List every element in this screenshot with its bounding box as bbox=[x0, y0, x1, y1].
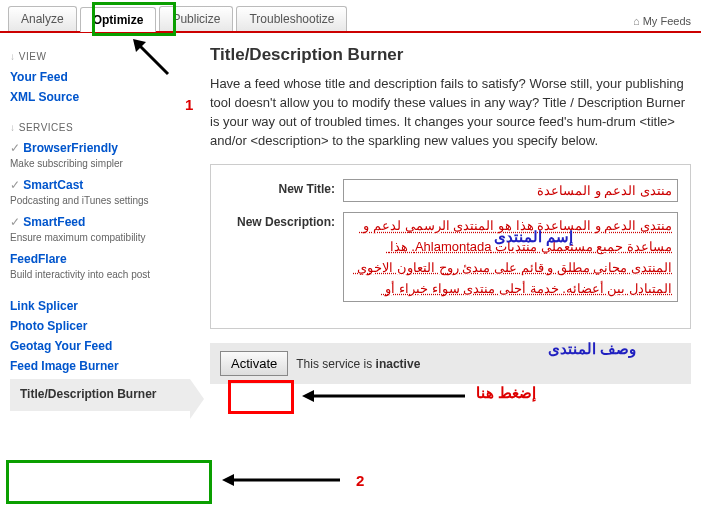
new-title-input[interactable] bbox=[343, 179, 678, 202]
tab-analyze[interactable]: Analyze bbox=[8, 6, 77, 31]
sidebar-item-label: SmartCast bbox=[10, 178, 190, 192]
new-description-textarea[interactable]: منتدى الدعم و المساعدة هذا هو المنتدى ال… bbox=[343, 212, 678, 302]
annotation-number-2: 2 bbox=[356, 472, 364, 489]
service-status: This service is inactive bbox=[296, 357, 420, 371]
annotation-box-tdb bbox=[6, 460, 212, 504]
sidebar-xml-source[interactable]: XML Source bbox=[10, 90, 190, 104]
my-feeds-link[interactable]: My Feeds bbox=[633, 15, 691, 31]
sidebar-item-smartcast[interactable]: SmartCast Podcasting and iTunes settings bbox=[10, 178, 190, 207]
tab-publicize[interactable]: Publicize bbox=[159, 6, 233, 31]
annotation-arrow-2 bbox=[220, 470, 350, 490]
page-description: Have a feed whose title and description … bbox=[210, 75, 691, 150]
sidebar-link-splicer[interactable]: Link Splicer bbox=[10, 299, 190, 313]
services-header: SERVICES bbox=[10, 122, 190, 133]
sidebar-item-label: SmartFeed bbox=[10, 215, 190, 229]
page-title: Title/Description Burner bbox=[210, 45, 691, 65]
tab-optimize[interactable]: Optimize bbox=[80, 7, 157, 32]
status-bar: Activate This service is inactive bbox=[210, 343, 691, 384]
form-panel: New Title: New Description: منتدى الدعم … bbox=[210, 164, 691, 329]
activate-button[interactable]: Activate bbox=[220, 351, 288, 376]
sidebar-photo-splicer[interactable]: Photo Splicer bbox=[10, 319, 190, 333]
sidebar-item-smartfeed[interactable]: SmartFeed Ensure maximum compatibility bbox=[10, 215, 190, 244]
sidebar-item-label: BrowserFriendly bbox=[10, 141, 190, 155]
new-title-label: New Title: bbox=[223, 179, 343, 202]
sidebar-geotag[interactable]: Geotag Your Feed bbox=[10, 339, 190, 353]
sidebar-title-description-burner[interactable]: Title/Description Burner bbox=[10, 379, 190, 411]
sidebar-item-sub: Make subscribing simpler bbox=[10, 157, 190, 170]
sidebar-item-feedflare[interactable]: FeedFlare Build interactivity into each … bbox=[10, 252, 190, 281]
svg-marker-5 bbox=[222, 474, 234, 486]
sidebar-item-browserfriendly[interactable]: BrowserFriendly Make subscribing simpler bbox=[10, 141, 190, 170]
sidebar-item-label: FeedFlare bbox=[10, 252, 190, 266]
sidebar-item-sub: Podcasting and iTunes settings bbox=[10, 194, 190, 207]
sidebar-item-sub: Build interactivity into each post bbox=[10, 268, 190, 281]
sidebar-feed-image-burner[interactable]: Feed Image Burner bbox=[10, 359, 190, 373]
tab-troubleshootize[interactable]: Troubleshootize bbox=[236, 6, 347, 31]
new-description-label: New Description: bbox=[223, 212, 343, 302]
sidebar-item-sub: Ensure maximum compatibility bbox=[10, 231, 190, 244]
sidebar-your-feed[interactable]: Your Feed bbox=[10, 70, 190, 84]
view-header: VIEW bbox=[10, 51, 190, 62]
